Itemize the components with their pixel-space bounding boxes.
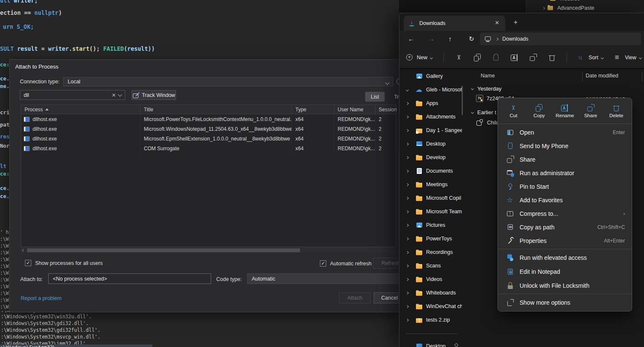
chevron-down-icon[interactable]: [118, 92, 122, 96]
sidebar-item[interactable]: tests 2.zip: [399, 313, 463, 327]
chevron-icon[interactable]: [406, 169, 409, 172]
column-name[interactable]: Name: [481, 73, 495, 79]
process-filter-box[interactable]: dll ✕: [20, 90, 125, 100]
code-type-dropdown[interactable]: Automatic: [247, 273, 399, 284]
close-tab-icon[interactable]: [493, 19, 501, 27]
forward-icon[interactable]: [428, 35, 436, 43]
quick-action-button[interactable]: Cut: [501, 100, 526, 122]
sidebar-item[interactable]: Documents: [399, 164, 463, 178]
column-session[interactable]: Session: [375, 105, 396, 114]
chevron-icon[interactable]: [406, 291, 409, 294]
show-all-users-checkbox[interactable]: [25, 260, 31, 266]
quick-action-button[interactable]: Copy: [526, 100, 552, 122]
column-date-modified[interactable]: Date modified: [586, 73, 618, 79]
chevron-down-icon[interactable]: [471, 87, 474, 90]
clear-filter-icon[interactable]: ✕: [112, 92, 116, 98]
sidebar-item-desktop-pinned[interactable]: Desktop: [399, 339, 463, 347]
paste-icon[interactable]: [492, 54, 500, 61]
auto-refresh-checkbox[interactable]: [320, 260, 326, 267]
show-more-options-item[interactable]: Show more options: [500, 296, 630, 309]
new-tab-icon[interactable]: [512, 19, 520, 26]
sidebar-item[interactable]: Whiteboards: [399, 286, 463, 300]
chevron-icon[interactable]: [406, 264, 409, 267]
refresh-icon[interactable]: [469, 35, 476, 43]
column-user[interactable]: User Name: [334, 105, 375, 114]
up-icon[interactable]: [449, 35, 456, 43]
chevron-icon[interactable]: [406, 196, 409, 199]
share-icon[interactable]: [529, 54, 537, 61]
sidebar-item[interactable]: Microsoft Copil: [399, 191, 463, 205]
this-pc-icon[interactable]: [484, 35, 492, 43]
chevron-icon[interactable]: [406, 156, 409, 159]
process-row[interactable]: dllhost.exe Microsoft.PowerToys.FileLock…: [21, 114, 396, 124]
column-process[interactable]: Process: [21, 105, 140, 114]
sidebar-item[interactable]: Gleb - Microsoft: [399, 83, 463, 96]
chevron-icon[interactable]: [406, 305, 409, 308]
tree-view-button[interactable]: Tree: [389, 92, 399, 102]
chevron-icon[interactable]: [406, 115, 409, 118]
process-table-header[interactable]: Process Title Type User Name Session: [21, 105, 396, 114]
quick-action-button[interactable]: Share: [578, 100, 603, 122]
context-menu-item[interactable]: Compress to... ›: [500, 207, 630, 220]
chevron-icon[interactable]: [406, 102, 409, 105]
context-menu-item[interactable]: Unlock with File Locksmith: [500, 278, 630, 292]
cancel-button[interactable]: Cancel: [374, 292, 399, 303]
sidebar-item[interactable]: Develop: [399, 151, 463, 164]
chevron-icon[interactable]: [406, 278, 409, 281]
tree-item-modules[interactable]: modules: [550, 0, 580, 3]
process-filter-value[interactable]: dll: [24, 92, 109, 98]
sidebar-item[interactable]: PowerToys: [399, 232, 463, 245]
sidebar-item[interactable]: Desktop: [399, 137, 463, 151]
chevron-icon[interactable]: [406, 237, 409, 240]
chevron-icon[interactable]: [406, 223, 409, 226]
sidebar-item[interactable]: WinDevChat ch: [399, 300, 463, 313]
copy-icon[interactable]: [473, 54, 481, 61]
chevron-icon[interactable]: [406, 88, 409, 91]
sidebar-item[interactable]: Recordings: [399, 245, 463, 259]
scroll-left-icon[interactable]: [22, 248, 25, 251]
view-button[interactable]: View: [614, 54, 641, 61]
group-earlier[interactable]: Earlier t: [471, 109, 496, 116]
chevron-down-icon[interactable]: [471, 111, 474, 114]
column-divider[interactable]: [582, 72, 583, 82]
column-divider[interactable]: [642, 72, 642, 82]
connection-type-dropdown[interactable]: Local: [63, 77, 393, 86]
sidebar-scrollbar[interactable]: [462, 85, 463, 115]
attach-button[interactable]: Attach: [339, 292, 371, 303]
explorer-tab-downloads[interactable]: Downloads: [404, 16, 505, 31]
attach-to-field[interactable]: <No process selected>: [48, 273, 211, 284]
context-menu-item[interactable]: Edit in Notepad: [500, 264, 630, 278]
chevron-icon[interactable]: [406, 129, 409, 132]
breadcrumb[interactable]: Downloads: [480, 33, 641, 45]
scrollbar-thumb[interactable]: [27, 248, 300, 252]
process-row[interactable]: dllhost.exe Microsoft.EpmShellExtension_…: [21, 134, 396, 143]
chevron-icon[interactable]: [406, 318, 409, 321]
refresh-button[interactable]: Refresh: [373, 258, 399, 269]
context-menu-item[interactable]: Copy as path Ctrl+Shift+C: [500, 220, 630, 234]
list-view-button[interactable]: List: [365, 92, 385, 102]
cut-icon[interactable]: [455, 54, 462, 61]
sidebar-item[interactable]: Meetings: [399, 178, 463, 191]
sidebar-item[interactable]: Apps: [399, 96, 463, 110]
breadcrumb-location[interactable]: Downloads: [502, 36, 528, 42]
file-row-child[interactable]: Childl: [476, 119, 500, 127]
rename-icon[interactable]: [511, 54, 518, 61]
process-row[interactable]: dllhost.exe COM Surrogate x64 REDMOND\gk…: [21, 143, 396, 153]
chevron-right-icon[interactable]: [542, 6, 545, 9]
column-type[interactable]: Type: [292, 105, 334, 114]
context-menu-item[interactable]: Pin to Start: [500, 180, 630, 193]
chevron-icon[interactable]: [406, 251, 409, 253]
context-menu-item[interactable]: Properties Alt+Enter: [500, 234, 630, 248]
chevron-icon[interactable]: [406, 183, 409, 186]
context-menu-item[interactable]: Send to My Phone: [500, 139, 630, 153]
quick-action-button[interactable]: Delete: [603, 100, 629, 122]
context-menu-item[interactable]: Open Enter: [500, 126, 630, 139]
sidebar-item[interactable]: Gallery: [399, 69, 463, 83]
back-icon[interactable]: [408, 35, 416, 43]
chevron-icon[interactable]: [406, 142, 409, 145]
delete-icon[interactable]: [548, 54, 556, 61]
group-yesterday[interactable]: Yesterday: [471, 85, 501, 92]
sidebar-item[interactable]: Day 1 - Sangeet: [399, 124, 463, 137]
sort-button[interactable]: Sort: [578, 54, 603, 61]
new-button[interactable]: New: [406, 54, 432, 61]
